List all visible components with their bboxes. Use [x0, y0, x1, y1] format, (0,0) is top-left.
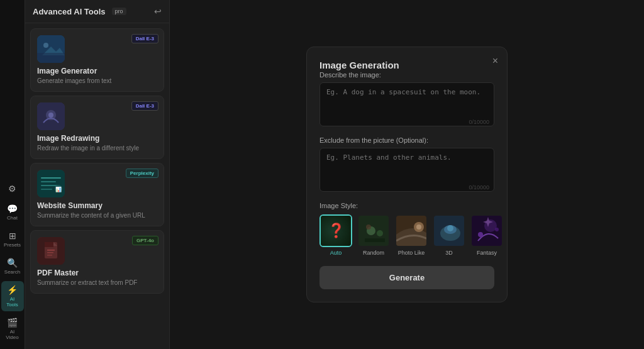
describe-label: Describe the image:: [319, 71, 494, 79]
nav-chat-label: Chat: [7, 215, 18, 221]
exclude-textarea[interactable]: [319, 148, 494, 192]
tool-name-redrawing: Image Redrawing: [37, 134, 157, 143]
style-thumb-photo: [395, 214, 428, 247]
style-option-fantasy[interactable]: Fantasy: [470, 214, 503, 256]
style-thumb-3d: [433, 214, 465, 247]
sidebar-collapse-button[interactable]: ↩: [154, 6, 162, 16]
gear-icon: ⚙: [8, 184, 16, 194]
svg-text:📊: 📊: [55, 186, 62, 192]
style-option-random[interactable]: Random: [357, 214, 390, 256]
svg-rect-20: [47, 255, 52, 256]
svg-point-6: [48, 113, 53, 118]
tool-thumb-image-gen: [37, 35, 65, 63]
generate-button[interactable]: Generate: [319, 266, 494, 289]
svg-point-32: [447, 225, 453, 231]
style-fantasy-label: Fantasy: [477, 250, 497, 256]
tool-badge-redrawing: Dall E-3: [131, 101, 158, 111]
tool-desc-image-gen: Generate images from text: [37, 77, 157, 85]
exclude-char-count: 0/10000: [469, 184, 489, 191]
svg-rect-16: [45, 242, 53, 247]
svg-point-36: [495, 228, 499, 231]
nav-item-ai-video[interactable]: 🎬 AI Video: [1, 314, 24, 344]
svg-rect-19: [47, 252, 53, 253]
svg-rect-3: [37, 53, 65, 63]
svg-rect-8: [41, 177, 61, 179]
describe-textarea[interactable]: [319, 82, 494, 126]
style-random-label: Random: [363, 250, 384, 256]
tool-badge-website: Perplexity: [126, 169, 158, 178]
nav-ai-tools-label: AI Tools: [4, 296, 21, 307]
style-options: ❓ Auto Random: [319, 214, 494, 256]
panel-close-button[interactable]: ×: [492, 56, 498, 66]
tool-card-pdf-master[interactable]: GPT-4o PDF Master Summarize or extract t…: [30, 230, 164, 294]
tool-name-pdf: PDF Master: [37, 269, 157, 277]
nav-ai-video-label: AI Video: [4, 329, 21, 340]
tool-desc-redrawing: Redraw the image in a different style: [37, 144, 157, 152]
tool-thumb-pdf: [37, 237, 65, 265]
style-label: Image Style:: [319, 202, 494, 209]
tool-card-image-redrawing[interactable]: Dall E-3 Image Redrawing Redraw the imag…: [30, 96, 164, 159]
presets-icon: ⊞: [9, 231, 16, 241]
svg-point-23: [377, 230, 383, 236]
tool-badge-image-gen: Dall E-3: [131, 34, 158, 43]
style-auto-label: Auto: [330, 250, 342, 256]
exclude-label: Exclude from the picture (Optional):: [319, 136, 494, 144]
nav-item-chat[interactable]: 💬 Chat: [1, 200, 24, 224]
style-option-auto[interactable]: ❓ Auto: [319, 214, 352, 256]
svg-rect-7: [37, 170, 65, 197]
nav-item-gear[interactable]: ⚙: [1, 180, 24, 197]
style-thumb-auto: ❓: [319, 214, 352, 247]
svg-rect-9: [41, 181, 56, 182]
style-thumb-fantasy: [470, 214, 503, 247]
svg-point-35: [478, 232, 483, 237]
tool-thumb-redrawing: [37, 102, 65, 130]
tool-card-website-summary[interactable]: Perplexity 📊 Website Summary Summarize t…: [30, 163, 164, 226]
nav-item-search[interactable]: 🔍 Search: [1, 254, 24, 279]
icon-nav: ⚙ 💬 Chat ⊞ Presets 🔍 Search ⚡ AI Tools 🎬…: [0, 0, 25, 349]
sidebar-title: Advanced AI Tools: [33, 7, 106, 16]
svg-point-28: [416, 224, 421, 230]
tool-desc-website: Summarize the content of a given URL: [37, 211, 157, 219]
ai-tools-icon: ⚡: [7, 285, 18, 295]
tool-name-image-gen: Image Generator: [37, 67, 157, 75]
exclude-field-wrap: 0/10000: [319, 148, 494, 194]
nav-presets-label: Presets: [4, 242, 21, 248]
style-photo-label: Photo Like: [398, 250, 425, 256]
ai-video-icon: 🎬: [7, 318, 18, 328]
svg-rect-10: [41, 185, 58, 186]
tool-name-website: Website Summary: [37, 201, 157, 210]
tool-card-image-generator[interactable]: Dall E-3 Image Generator Generate images…: [30, 28, 164, 92]
tool-badge-pdf: GPT-4o: [132, 236, 158, 245]
svg-rect-24: [365, 238, 385, 242]
style-option-3d[interactable]: 3D: [433, 214, 465, 256]
tool-desc-pdf: Summarize or extract text from PDF: [37, 279, 157, 287]
describe-field-wrap: 0/10000: [319, 82, 494, 129]
nav-item-presets[interactable]: ⊞ Presets: [1, 227, 24, 252]
sidebar-header: Advanced AI Tools pro ↩: [25, 0, 169, 23]
pro-badge: pro: [112, 8, 126, 15]
image-generation-panel: Image Generation × Describe the image: 0…: [306, 47, 508, 302]
panel-title: Image Generation: [319, 60, 399, 70]
nav-search-label: Search: [4, 269, 20, 275]
tool-thumb-website: 📊: [37, 170, 65, 197]
style-thumb-random: [357, 214, 390, 247]
svg-point-25: [366, 224, 371, 230]
search-icon: 🔍: [7, 258, 18, 268]
chat-icon: 💬: [7, 204, 18, 214]
sidebar: Advanced AI Tools pro ↩ Dall E-3 Image G…: [25, 0, 170, 349]
svg-rect-18: [47, 250, 55, 251]
nav-item-ai-tools[interactable]: ⚡ AI Tools: [1, 281, 24, 311]
style-option-photo[interactable]: Photo Like: [395, 214, 428, 256]
describe-char-count: 0/10000: [469, 119, 489, 125]
style-3d-label: 3D: [445, 250, 453, 256]
tools-list: Dall E-3 Image Generator Generate images…: [25, 23, 169, 299]
main-area: Image Generation × Describe the image: 0…: [170, 0, 644, 349]
svg-point-1: [43, 43, 48, 48]
svg-rect-11: [41, 189, 52, 190]
